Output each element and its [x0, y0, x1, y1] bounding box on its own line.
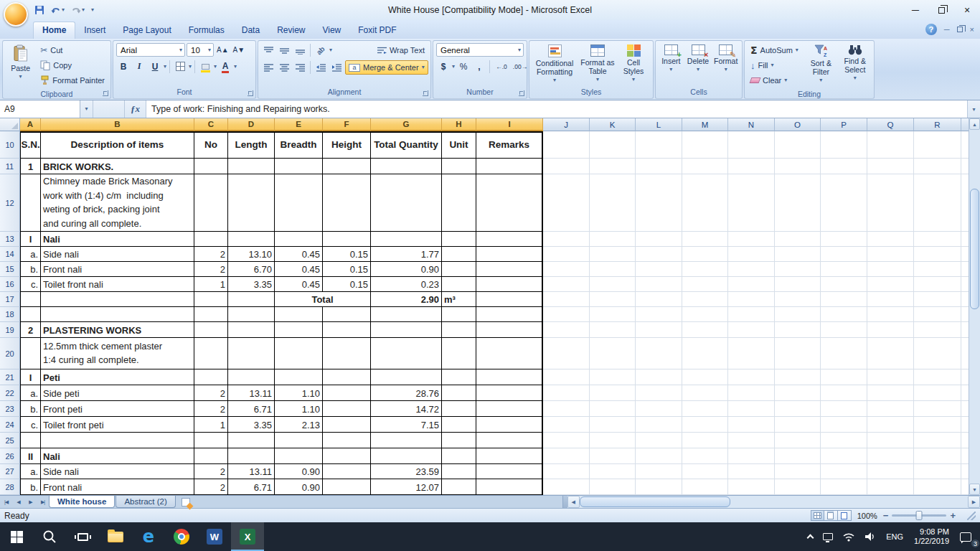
cell-G19[interactable] — [371, 322, 442, 338]
cell-Q11[interactable] — [867, 159, 914, 174]
cell-H13[interactable] — [442, 232, 476, 247]
cell-A20[interactable] — [20, 338, 41, 369]
cell-I22[interactable] — [476, 385, 543, 401]
cell-D13[interactable] — [228, 232, 275, 247]
cell-A25[interactable] — [20, 433, 41, 448]
cell-R14[interactable] — [914, 247, 961, 262]
cell-L16[interactable] — [636, 277, 682, 292]
tray-wifi-button[interactable] — [838, 522, 859, 551]
cell-G22[interactable]: 28.76 — [371, 385, 442, 401]
cell-A28[interactable]: b. — [20, 479, 41, 495]
page-layout-view-button[interactable] — [824, 510, 838, 521]
cell-C17[interactable] — [194, 292, 228, 307]
cell-C15[interactable]: 2 — [194, 262, 228, 277]
cell-E25[interactable] — [275, 433, 323, 448]
cell-E12[interactable] — [275, 174, 323, 232]
cell-K11[interactable] — [590, 159, 636, 174]
cell-B23[interactable]: Front peti — [41, 401, 194, 417]
cell-O28[interactable] — [775, 479, 821, 495]
cell-R11[interactable] — [914, 159, 961, 174]
cell-H27[interactable] — [442, 464, 476, 479]
cell-B11[interactable]: BRICK WORKS. — [41, 159, 194, 174]
cell-H26[interactable] — [442, 448, 476, 464]
cell-I11[interactable] — [476, 159, 543, 174]
cell-I17[interactable] — [476, 292, 543, 307]
format-as-table-button[interactable]: Format as Table ▾ — [579, 43, 616, 85]
cell-B27[interactable]: Side nali — [41, 464, 194, 479]
cell-I23[interactable] — [476, 401, 543, 417]
format-cells-button[interactable]: ✎ Format ▾ — [712, 43, 739, 85]
cell-J27[interactable] — [543, 464, 590, 479]
cell-L21[interactable] — [636, 369, 682, 385]
percent-style-button[interactable]: % — [456, 60, 471, 73]
cell-I15[interactable] — [476, 262, 543, 277]
cell-Q24[interactable] — [867, 417, 914, 433]
cell-R18[interactable] — [914, 307, 961, 322]
vertical-scroll-thumb[interactable] — [970, 189, 979, 309]
comma-style-button[interactable]: , — [472, 60, 486, 73]
cell-R22[interactable] — [914, 385, 961, 401]
cell-N20[interactable] — [728, 338, 775, 369]
cell-C12[interactable] — [194, 174, 228, 232]
cell-E14[interactable]: 0.45 — [275, 247, 323, 262]
ribbon-tab-formulas[interactable]: Formulas — [180, 22, 233, 39]
column-header-P[interactable]: P — [821, 118, 867, 131]
cell-R21[interactable] — [914, 369, 961, 385]
row-header-25[interactable]: 25 — [0, 433, 20, 448]
cell-K25[interactable] — [590, 433, 636, 448]
cell-D21[interactable] — [228, 369, 275, 385]
cell-B19[interactable]: PLASTERING WORKS — [41, 322, 194, 338]
cell-R20[interactable] — [914, 338, 961, 369]
cell-P27[interactable] — [821, 464, 867, 479]
cell-R12[interactable] — [914, 174, 961, 232]
cell-L17[interactable] — [636, 292, 682, 307]
cell-D20[interactable] — [228, 338, 275, 369]
fill-color-dropdown-arrow[interactable]: ▾ — [214, 64, 217, 70]
cell-J12[interactable] — [543, 174, 590, 232]
cell-L11[interactable] — [636, 159, 682, 174]
cell-I16[interactable] — [476, 277, 543, 292]
underline-button[interactable]: U — [148, 60, 162, 73]
cell-J20[interactable] — [543, 338, 590, 369]
redo-button[interactable]: ▾ — [70, 5, 86, 15]
horizontal-scrollbar[interactable]: ◀ ▶ — [567, 496, 980, 508]
cell-H18[interactable] — [442, 307, 476, 322]
cell-E23[interactable]: 1.10 — [275, 401, 323, 417]
cell-J19[interactable] — [543, 322, 590, 338]
cell-K18[interactable] — [590, 307, 636, 322]
cell-K16[interactable] — [590, 277, 636, 292]
cell-J23[interactable] — [543, 401, 590, 417]
insert-cells-button[interactable]: + Insert ▾ — [659, 43, 684, 85]
cell-A14[interactable]: a. — [20, 247, 41, 262]
decrease-indent-button[interactable] — [314, 61, 328, 75]
cell-E24[interactable]: 2.13 — [275, 417, 323, 433]
cell-F22[interactable] — [323, 385, 371, 401]
fill-color-button[interactable] — [198, 60, 212, 73]
cell-R26[interactable] — [914, 448, 961, 464]
cell-L26[interactable] — [636, 448, 682, 464]
column-header-Q[interactable]: Q — [867, 118, 914, 131]
ribbon-tab-view[interactable]: View — [314, 22, 349, 39]
cell-J15[interactable] — [543, 262, 590, 277]
decrease-decimal-button[interactable]: .00→ — [512, 60, 529, 73]
cell-E27[interactable]: 0.90 — [275, 464, 323, 479]
cell-J25[interactable] — [543, 433, 590, 448]
cell-J11[interactable] — [543, 159, 590, 174]
cell-P12[interactable] — [821, 174, 867, 232]
cell-K15[interactable] — [590, 262, 636, 277]
cell-B10[interactable]: Description of items — [41, 131, 194, 159]
scroll-up-arrow[interactable]: ▲ — [969, 118, 980, 130]
cell-Q20[interactable] — [867, 338, 914, 369]
cell-Q18[interactable] — [867, 307, 914, 322]
font-color-dropdown-arrow[interactable]: ▾ — [234, 64, 237, 70]
shrink-font-button[interactable]: A▼ — [232, 43, 247, 57]
cell-A24[interactable]: c. — [20, 417, 41, 433]
cell-G21[interactable] — [371, 369, 442, 385]
sheet-tab-abstract-2[interactable]: Abstract (2) — [116, 496, 175, 508]
cell-B18[interactable] — [41, 307, 194, 322]
restore-button[interactable] — [928, 0, 954, 20]
cell-H20[interactable] — [442, 338, 476, 369]
cell-B13[interactable]: Nali — [41, 232, 194, 247]
sheet-tab-white-house[interactable]: White house — [49, 496, 115, 508]
row-header-21[interactable]: 21 — [0, 369, 20, 385]
